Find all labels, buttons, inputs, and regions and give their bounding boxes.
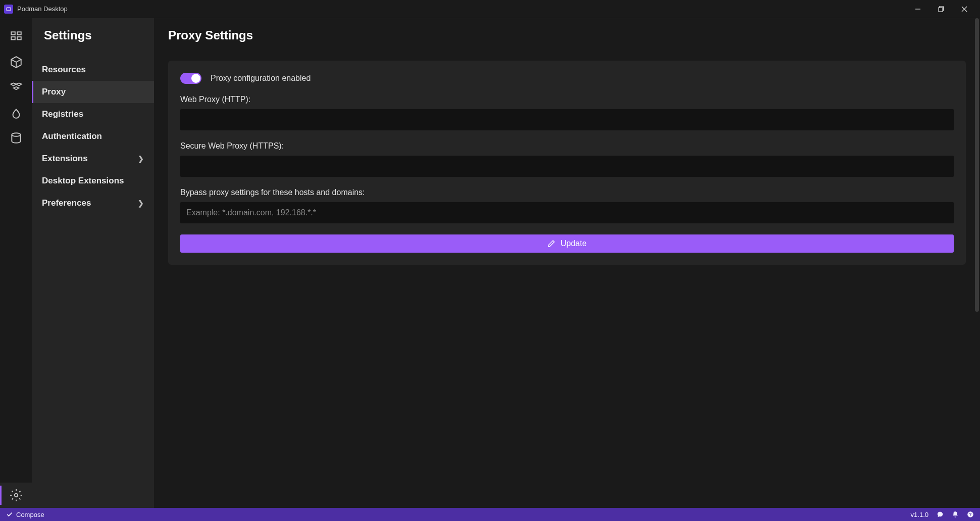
svg-rect-3 xyxy=(939,8,943,12)
svg-rect-0 xyxy=(7,8,11,11)
activity-dashboard[interactable] xyxy=(0,24,32,50)
check-icon xyxy=(6,511,13,518)
pencil-icon xyxy=(547,240,555,248)
svg-text:?: ? xyxy=(969,512,972,517)
sidebar-item-preferences[interactable]: Preferences ❯ xyxy=(32,192,154,214)
sidebar-item-extensions[interactable]: Extensions ❯ xyxy=(32,148,154,170)
proxy-enabled-toggle[interactable] xyxy=(180,73,201,84)
bell-icon[interactable] xyxy=(952,511,959,518)
bypass-input[interactable] xyxy=(180,202,954,223)
activitybar xyxy=(0,18,32,508)
sidebar-item-label: Registries xyxy=(42,109,83,119)
update-button[interactable]: Update xyxy=(180,234,954,253)
sidebar-item-label: Proxy xyxy=(42,87,66,97)
bypass-label: Bypass proxy settings for these hosts an… xyxy=(180,188,954,197)
sidebar-item-label: Extensions xyxy=(42,154,88,164)
activity-volumes[interactable] xyxy=(0,125,32,151)
http-proxy-label: Web Proxy (HTTP): xyxy=(180,95,954,104)
chevron-right-icon: ❯ xyxy=(138,155,144,163)
window-maximize-button[interactable] xyxy=(930,0,953,18)
svg-rect-7 xyxy=(17,32,21,34)
activity-images[interactable] xyxy=(0,100,32,125)
help-icon[interactable]: ? xyxy=(967,511,974,518)
settings-sidebar: Settings Resources Proxy Registries Auth… xyxy=(32,18,154,508)
proxy-panel: Proxy configuration enabled Web Proxy (H… xyxy=(168,61,966,265)
sidebar-item-label: Desktop Extensions xyxy=(42,176,124,186)
sidebar-item-resources[interactable]: Resources xyxy=(32,59,154,81)
sidebar-item-proxy[interactable]: Proxy xyxy=(32,81,154,103)
app-icon xyxy=(4,5,13,14)
sidebar-item-label: Resources xyxy=(42,65,86,75)
window-minimize-button[interactable] xyxy=(906,0,930,18)
sidebar-item-authentication[interactable]: Authentication xyxy=(32,125,154,148)
page-title: Proxy Settings xyxy=(168,28,966,42)
sidebar-item-desktop-extensions[interactable]: Desktop Extensions xyxy=(32,170,154,192)
sidebar-item-label: Preferences xyxy=(42,198,91,208)
status-version[interactable]: v1.1.0 xyxy=(911,511,929,518)
chevron-right-icon: ❯ xyxy=(138,199,144,207)
svg-point-10 xyxy=(12,133,20,136)
https-proxy-label: Secure Web Proxy (HTTPS): xyxy=(180,141,954,151)
content-area: Proxy Settings Proxy configuration enabl… xyxy=(154,18,980,508)
scrollbar[interactable] xyxy=(975,18,979,312)
status-compose[interactable]: Compose xyxy=(16,511,44,518)
statusbar: Compose v1.1.0 ? xyxy=(0,508,980,521)
https-proxy-input[interactable] xyxy=(180,156,954,177)
sidebar-item-registries[interactable]: Registries xyxy=(32,103,154,125)
svg-rect-6 xyxy=(11,32,15,34)
proxy-enabled-label: Proxy configuration enabled xyxy=(211,74,311,83)
update-button-label: Update xyxy=(560,239,587,248)
activity-settings[interactable] xyxy=(0,483,32,508)
svg-rect-8 xyxy=(11,37,15,39)
activity-pods[interactable] xyxy=(0,75,32,100)
toggle-knob xyxy=(191,74,200,83)
activity-containers[interactable] xyxy=(0,50,32,75)
app-title: Podman Desktop xyxy=(17,5,68,13)
svg-point-11 xyxy=(14,494,18,497)
http-proxy-input[interactable] xyxy=(180,109,954,130)
svg-rect-9 xyxy=(17,37,21,39)
titlebar: Podman Desktop xyxy=(0,0,980,18)
window-close-button[interactable] xyxy=(953,0,976,18)
sidebar-item-label: Authentication xyxy=(42,131,102,141)
sidebar-heading: Settings xyxy=(32,28,154,59)
chat-icon[interactable] xyxy=(937,511,944,518)
